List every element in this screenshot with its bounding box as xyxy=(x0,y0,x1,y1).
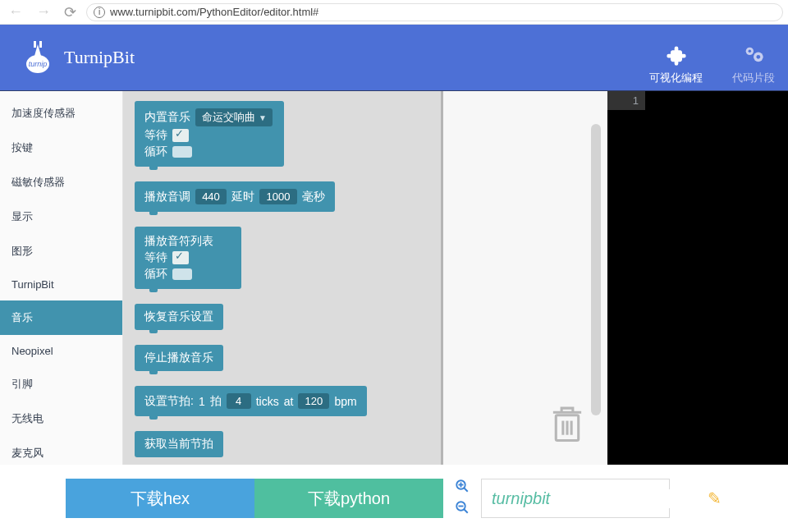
label: 循环 xyxy=(144,267,167,282)
nav-code-snippets[interactable]: 代码片段 xyxy=(726,39,781,90)
sidebar-item-0[interactable]: 加速度传感器 xyxy=(0,96,122,131)
svg-rect-2 xyxy=(39,41,42,48)
footer-bar: 下载hex 下载python ✎ xyxy=(0,465,788,532)
block-play-tone[interactable]: 播放音调 延时 毫秒 xyxy=(135,181,335,212)
block-builtin-music[interactable]: 内置音乐 命运交响曲▼ 等待 循环 xyxy=(135,101,284,167)
label: 播放音调 xyxy=(144,190,190,204)
sidebar-item-3[interactable]: 显示 xyxy=(0,200,122,234)
puzzle-icon xyxy=(665,44,688,71)
brand-name: TurnipBit xyxy=(64,47,135,68)
nav-visual-programming[interactable]: 可视化编程 xyxy=(643,39,709,90)
block-play-note-list[interactable]: 播放音符列表 等待 循环 xyxy=(135,227,241,289)
label: 等待 xyxy=(144,250,167,265)
label: 毫秒 xyxy=(302,190,325,204)
label: 恢复音乐设置 xyxy=(144,310,213,323)
project-name-input[interactable] xyxy=(492,489,701,508)
svg-rect-1 xyxy=(34,41,36,48)
svg-line-13 xyxy=(464,488,468,492)
label: 设置节拍: xyxy=(144,394,194,409)
line-number: 1 xyxy=(614,94,639,107)
sidebar-item-6[interactable]: 音乐 xyxy=(0,300,122,335)
url-bar[interactable]: i www.turnipbit.com/PythonEditor/editor.… xyxy=(86,3,783,21)
project-name-box[interactable]: ✎ xyxy=(481,479,670,518)
bpm-input[interactable] xyxy=(298,393,329,409)
info-icon: i xyxy=(94,7,105,18)
block-set-tempo[interactable]: 设置节拍: 1 拍 ticks at bpm xyxy=(135,386,367,416)
workspace-canvas[interactable] xyxy=(443,91,607,465)
loop-toggle[interactable] xyxy=(172,146,192,158)
forward-button[interactable]: → xyxy=(33,3,54,21)
zoom-in-icon[interactable] xyxy=(455,479,470,497)
music-dropdown[interactable]: 命运交响曲▼ xyxy=(195,108,273,126)
trash-icon[interactable] xyxy=(550,404,584,447)
label: 停止播放音乐 xyxy=(144,351,213,364)
label: 获取当前节拍 xyxy=(144,437,213,450)
sidebar-item-9[interactable]: 无线电 xyxy=(0,401,122,436)
turnip-icon: turnip xyxy=(20,39,56,76)
block-stop-music[interactable]: 停止播放音乐 xyxy=(135,345,223,371)
block-palette: 内置音乐 命运交响曲▼ 等待 循环 播放音调 延时 毫秒 xyxy=(123,91,443,465)
download-python-button[interactable]: 下载python xyxy=(254,479,443,518)
block-reset-music[interactable]: 恢复音乐设置 xyxy=(135,304,223,330)
app-header: turnip TurnipBit 可视化编程 代码片段 xyxy=(0,25,788,90)
zoom-controls xyxy=(443,479,481,518)
label: 等待 xyxy=(144,128,167,143)
svg-text:turnip: turnip xyxy=(29,60,48,68)
category-sidebar: 加速度传感器按键磁敏传感器显示图形TurnipBit音乐Neopixel引脚无线… xyxy=(0,91,123,465)
code-editor[interactable]: 1 xyxy=(607,91,788,465)
label: ticks xyxy=(256,395,279,408)
logo[interactable]: turnip TurnipBit xyxy=(20,39,135,76)
nav-label: 代码片段 xyxy=(732,71,775,85)
main-area: 加速度传感器按键磁敏传感器显示图形TurnipBit音乐Neopixel引脚无线… xyxy=(0,90,788,465)
chevron-down-icon: ▼ xyxy=(259,113,267,122)
download-hex-button[interactable]: 下载hex xyxy=(66,479,254,518)
loop-toggle[interactable] xyxy=(172,268,192,280)
label: at xyxy=(284,395,294,408)
sidebar-item-2[interactable]: 磁敏传感器 xyxy=(0,165,122,200)
freq-input[interactable] xyxy=(195,189,227,204)
sidebar-item-5[interactable]: TurnipBit xyxy=(0,268,122,300)
line-gutter: 1 xyxy=(607,91,645,110)
sidebar-item-8[interactable]: 引脚 xyxy=(0,367,122,401)
sidebar-item-1[interactable]: 按键 xyxy=(0,131,122,165)
reload-button[interactable]: ⟳ xyxy=(61,3,80,21)
label: 延时 xyxy=(231,190,254,204)
label: 循环 xyxy=(144,144,167,159)
duration-input[interactable] xyxy=(259,189,297,204)
label: bpm xyxy=(334,395,356,408)
block-get-tempo[interactable]: 获取当前节拍 xyxy=(135,431,223,457)
svg-point-6 xyxy=(749,50,752,53)
sidebar-item-10[interactable]: 麦克风 xyxy=(0,436,122,465)
zoom-out-icon[interactable] xyxy=(455,500,470,518)
scrollbar[interactable] xyxy=(591,124,601,415)
ticks-input[interactable] xyxy=(227,393,251,409)
url-text: www.turnipbit.com/PythonEditor/editor.ht… xyxy=(110,6,318,18)
svg-line-17 xyxy=(464,509,468,513)
nav-label: 可视化编程 xyxy=(649,71,703,85)
pencil-icon[interactable]: ✎ xyxy=(708,488,722,508)
label: 内置音乐 xyxy=(144,110,190,125)
browser-bar: ← → ⟳ i www.turnipbit.com/PythonEditor/e… xyxy=(0,0,788,25)
header-nav: 可视化编程 代码片段 xyxy=(643,39,788,90)
back-button[interactable]: ← xyxy=(5,3,26,21)
sidebar-item-7[interactable]: Neopixel xyxy=(0,335,122,367)
label: 1 xyxy=(199,395,205,408)
label: 拍 xyxy=(210,394,222,409)
sidebar-item-4[interactable]: 图形 xyxy=(0,234,122,268)
wait-checkbox[interactable] xyxy=(172,251,189,264)
gears-icon xyxy=(742,44,765,71)
wait-checkbox[interactable] xyxy=(172,129,189,142)
svg-point-7 xyxy=(757,55,761,59)
label: 播放音符列表 xyxy=(144,234,213,249)
